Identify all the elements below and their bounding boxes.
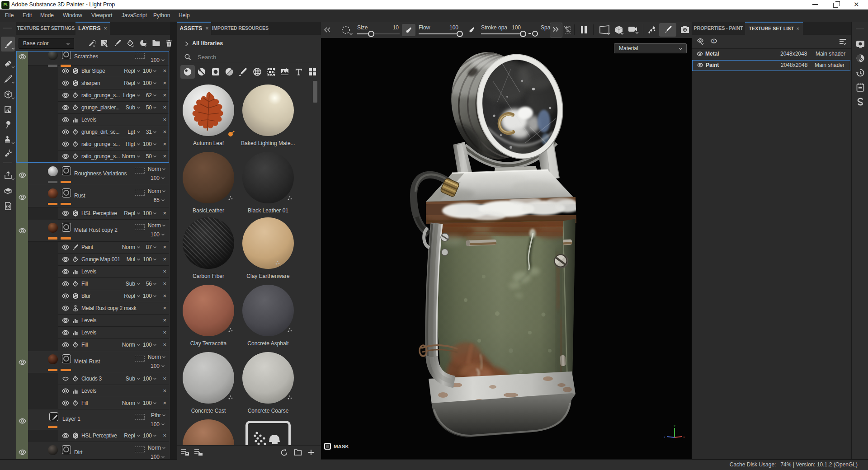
svg-text:x: x	[684, 436, 685, 438]
svg-text:Y: Y	[674, 424, 676, 428]
svg-text:1: 1	[713, 39, 715, 43]
svg-text:z: z	[664, 436, 665, 438]
